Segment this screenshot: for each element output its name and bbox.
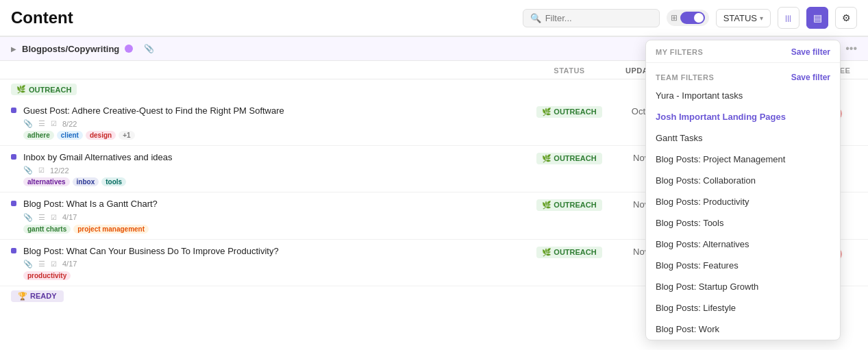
tag-project-management[interactable]: project management — [73, 225, 149, 234]
toggle-wrap[interactable]: ⊞ — [667, 10, 709, 26]
attachment-icon: 📎 — [23, 119, 33, 128]
team-filters-section: TEAM FILTERS Save filter — [646, 66, 840, 85]
task-content: Inbox by Gmail Alternatives and ideas 📎 … — [23, 151, 528, 186]
status-badge[interactable]: 🌿 OUTREACH — [536, 247, 602, 258]
dropdown-item[interactable]: Blog Posts: Project Management — [646, 149, 840, 170]
filters-dropdown: MY FILTERS Save filter TEAM FILTERS Save… — [645, 40, 841, 306]
task-title[interactable]: Blog Post: What Can Your Business Do To … — [23, 245, 528, 258]
view-toggle[interactable] — [680, 12, 705, 24]
subtask-icon: ☑ — [51, 214, 57, 221]
dropdown-item[interactable]: Yura - Important tasks — [646, 85, 840, 106]
task-title[interactable]: Inbox by Gmail Alternatives and ideas — [23, 151, 528, 164]
search-icon: 🔍 — [530, 13, 541, 23]
task-content: Blog Post: What Is a Gantt Chart? 📎 ☰ ☑ … — [23, 198, 528, 233]
outreach-badge: 🌿 OUTREACH — [11, 84, 77, 95]
settings-button[interactable]: ⚙ — [835, 7, 857, 29]
task-meta: 📎 ☑ 12/22 — [23, 166, 528, 175]
tag-inbox[interactable]: inbox — [73, 177, 99, 186]
tag-gantt[interactable]: gantt charts — [23, 225, 71, 234]
attachment-icon: 📎 — [23, 260, 33, 268]
status-badge[interactable]: 🌿 OUTREACH — [536, 199, 602, 211]
task-color-indicator — [11, 248, 16, 253]
task-color-indicator — [11, 154, 16, 160]
my-filters-section: MY FILTERS Save filter — [646, 40, 840, 60]
task-status: 🌿 OUTREACH — [528, 245, 610, 258]
dropdown-item[interactable]: Blog Posts: Lifestyle — [646, 297, 840, 306]
filter-input-wrap[interactable]: 🔍 — [523, 9, 660, 27]
task-status: 🌿 OUTREACH — [528, 105, 610, 118]
tag-more[interactable]: +1 — [119, 131, 134, 140]
paperclip-icon: 📎 — [144, 44, 154, 53]
chevron-down-icon: ▾ — [760, 14, 763, 22]
tag-design[interactable]: design — [86, 131, 116, 140]
tag-alternatives[interactable]: alternatives — [23, 177, 70, 186]
subtask-count: 4/17 — [62, 213, 77, 221]
task-content: Guest Post: Adhere Creative-Quest to Fin… — [23, 105, 528, 140]
task-meta: 📎 ☰ ☑ 4/17 — [23, 213, 528, 222]
task-color-indicator — [11, 201, 16, 206]
filter-button[interactable]: ⫼ — [778, 7, 799, 29]
grid-icon: ⊞ — [671, 13, 678, 23]
status-badge[interactable]: 🌿 OUTREACH — [536, 153, 602, 164]
divider — [646, 62, 840, 63]
dropdown-item[interactable]: Blog Posts: Collaboration — [646, 170, 840, 191]
team-filters-label: TEAM FILTERS — [656, 73, 714, 82]
table-view-button[interactable]: ▤ — [806, 7, 828, 29]
subtask-count: 8/22 — [62, 120, 77, 128]
subtask-count: 4/17 — [62, 260, 77, 268]
task-content: Blog Post: What Can Your Business Do To … — [23, 245, 528, 280]
more-icon[interactable]: ••• — [845, 42, 857, 55]
attachment-icon: 📎 — [23, 213, 33, 222]
my-filters-label: MY FILTERS — [656, 48, 703, 56]
dropdown-item[interactable]: Blog Posts: Tools — [646, 212, 840, 234]
dropdown-item[interactable]: Blog Posts: Features — [646, 255, 840, 276]
subtask-icon: ☑ — [51, 120, 57, 127]
menu-icon: ☰ — [38, 260, 45, 268]
dropdown-item[interactable]: Blog Posts: Productivity — [646, 191, 840, 212]
task-tags: alternatives inbox tools — [23, 177, 528, 186]
task-tags: productivity — [23, 271, 528, 280]
task-status: 🌿 OUTREACH — [528, 198, 610, 211]
group-color-dot — [125, 45, 133, 53]
task-color-indicator — [11, 108, 16, 113]
task-title[interactable]: Blog Post: What Is a Gantt Chart? — [23, 198, 528, 210]
save-team-filter-button[interactable]: Save filter — [791, 73, 830, 82]
dropdown-item[interactable]: Blog Post: Startup Growth — [646, 276, 840, 297]
app-header: Content 🔍 ⊞ STATUS ▾ ⫼ ▤ ⚙ — [0, 0, 868, 36]
save-filter-button[interactable]: Save filter — [791, 47, 830, 57]
menu-icon: ☰ — [38, 119, 45, 128]
task-meta: 📎 ☰ ☑ 8/22 — [23, 119, 528, 128]
dropdown-item[interactable]: Josh Important Landing Pages — [646, 106, 840, 127]
tag-adhere[interactable]: adhere — [23, 131, 54, 140]
task-status: 🌿 OUTREACH — [528, 151, 610, 164]
tag-client[interactable]: client — [57, 131, 83, 140]
subtask-icon: ☑ — [38, 166, 45, 174]
group-chevron-icon[interactable]: ▶ — [11, 45, 16, 53]
status-button[interactable]: STATUS ▾ — [716, 9, 771, 27]
tag-productivity[interactable]: productivity — [23, 271, 71, 280]
task-meta: 📎 ☰ ☑ 4/17 — [23, 260, 528, 268]
tag-tools[interactable]: tools — [101, 177, 126, 186]
status-badge[interactable]: 🌿 OUTREACH — [536, 106, 602, 118]
ready-badge: 🏆 READY — [11, 290, 64, 302]
subtask-count: 12/22 — [50, 166, 69, 175]
task-title[interactable]: Guest Post: Adhere Creative-Quest to Fin… — [23, 105, 528, 117]
task-tags: gantt charts project management — [23, 225, 528, 234]
dropdown-item[interactable]: Blog Posts: Alternatives — [646, 234, 840, 255]
filter-input[interactable] — [545, 13, 652, 23]
page-title: Content — [11, 8, 516, 27]
group-actions: 📎 — [144, 44, 154, 53]
dropdown-item[interactable]: Gantt Tasks — [646, 127, 840, 149]
status-label: STATUS — [723, 13, 757, 23]
menu-icon: ☰ — [38, 213, 45, 222]
group-title: Blogposts/Copywriting — [22, 44, 119, 54]
task-tags: adhere client design +1 — [23, 131, 528, 140]
col-header-status: STATUS — [528, 65, 610, 75]
subtask-icon: ☑ — [51, 260, 57, 268]
attachment-icon: 📎 — [23, 166, 33, 175]
dropdown-items: Yura - Important tasksJosh Important Lan… — [646, 85, 840, 306]
